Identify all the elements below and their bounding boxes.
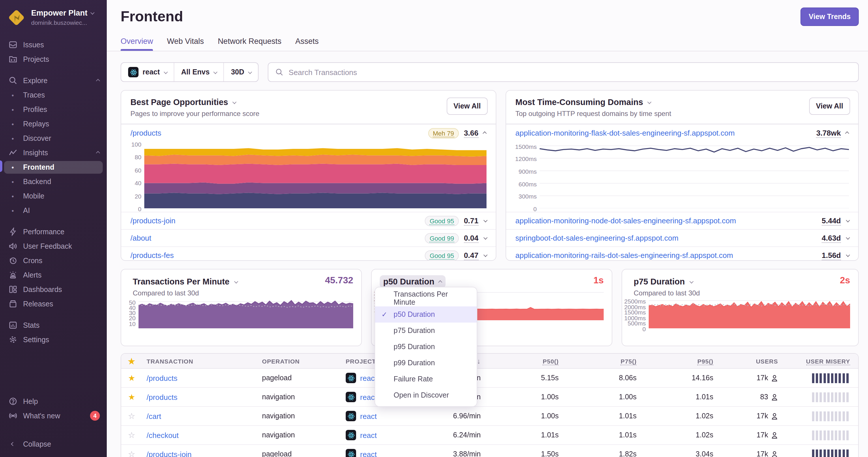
p95-cell: 14.16s: [687, 374, 718, 382]
transaction-link[interactable]: /checkout: [142, 431, 257, 439]
project-filter[interactable]: react: [121, 63, 174, 81]
env-filter[interactable]: All Envs: [174, 63, 224, 81]
menu-item-p75[interactable]: p75 Duration: [375, 323, 477, 339]
table-row: /products pageload react /min 5.15s 8.06…: [121, 369, 858, 388]
view-trends-button[interactable]: View Trends: [801, 7, 859, 26]
p75-area-chart: [649, 299, 850, 328]
sidebar-item-dashboards[interactable]: Dashboards: [0, 282, 107, 297]
domain-time-value[interactable]: 1.56d: [822, 251, 841, 260]
domain-time-value[interactable]: 4.63d: [822, 233, 841, 242]
p75-metric-dropdown[interactable]: p75 Duration: [630, 275, 696, 288]
sidebar-collapse-button[interactable]: Collapse: [0, 437, 107, 451]
sidebar-item-help[interactable]: Help: [0, 394, 107, 409]
domain-link[interactable]: application-monitoring-node-dot-sales-en…: [516, 217, 736, 225]
expand-row-icon[interactable]: [483, 219, 487, 223]
page-opportunity-row: /products Meh 79 3.66: [121, 124, 496, 141]
sidebar-item-profiles[interactable]: •Profiles: [0, 102, 107, 117]
star-toggle[interactable]: [121, 373, 142, 383]
sidebar-item-discover[interactable]: •Discover: [0, 131, 107, 145]
sidebar-group-insights[interactable]: Insights: [0, 145, 107, 160]
project-cell[interactable]: react: [341, 449, 425, 457]
user-icon: [771, 393, 778, 401]
transaction-link[interactable]: /about: [130, 234, 151, 242]
transaction-link[interactable]: /products-fes: [130, 251, 174, 260]
menu-item-failure-rate[interactable]: Failure Rate: [375, 371, 477, 387]
opportunity-value[interactable]: 3.66: [464, 128, 478, 138]
opportunity-value[interactable]: 0.04: [464, 233, 478, 242]
col-p50[interactable]: P50(): [538, 357, 563, 364]
star-column-header[interactable]: [121, 356, 142, 365]
collapse-row-icon[interactable]: [483, 131, 487, 135]
tab-network-requests[interactable]: Network Requests: [218, 37, 282, 51]
sidebar-item-releases[interactable]: Releases: [0, 297, 107, 311]
transaction-link[interactable]: /products: [142, 373, 257, 382]
col-transaction[interactable]: TRANSACTION: [142, 357, 257, 364]
best-pages-title-dropdown[interactable]: Best Page Opportunities: [130, 98, 487, 107]
sidebar-item-issues[interactable]: Issues: [0, 37, 107, 52]
menu-item-p50[interactable]: ✓p50 Duration: [375, 306, 477, 323]
menu-item-open-in-discover[interactable]: Open in Discover: [375, 387, 477, 403]
expand-row-icon[interactable]: [846, 236, 850, 240]
star-toggle[interactable]: [121, 392, 142, 402]
menu-item-p95[interactable]: p95 Duration: [375, 339, 477, 355]
star-toggle[interactable]: [121, 430, 142, 440]
domain-duration-line-chart: [539, 144, 849, 208]
menu-item-tpm[interactable]: Transactions Per Minute: [375, 290, 477, 306]
sidebar-item-stats[interactable]: Stats: [0, 318, 107, 332]
sidebar-item-backend[interactable]: •Backend: [0, 174, 107, 189]
sidebar-item-user-feedback[interactable]: User Feedback: [0, 239, 107, 253]
expand-row-icon[interactable]: [846, 253, 850, 257]
sidebar-item-ai[interactable]: •AI: [0, 203, 107, 218]
sidebar-item-projects[interactable]: Projects: [0, 52, 107, 66]
sidebar-item-crons[interactable]: Crons: [0, 253, 107, 268]
date-filter[interactable]: 30D: [224, 63, 258, 81]
tab-assets[interactable]: Assets: [295, 37, 318, 51]
domain-link[interactable]: application-monitoring-flask-dot-sales-e…: [516, 129, 735, 137]
sidebar-item-whats-new[interactable]: What's new 4: [0, 409, 107, 423]
whats-new-count-badge: 4: [90, 411, 100, 421]
sidebar-group-explore[interactable]: Explore: [0, 73, 107, 88]
search-input[interactable]: Search Transactions: [268, 62, 859, 82]
transaction-link[interactable]: /cart: [142, 412, 257, 420]
domain-link[interactable]: application-monitoring-rails-dot-sales-e…: [516, 251, 733, 260]
transaction-link[interactable]: /products-join: [142, 450, 257, 457]
opportunity-value[interactable]: 0.71: [464, 216, 478, 225]
transaction-link[interactable]: /products-join: [130, 217, 176, 225]
sidebar-item-replays[interactable]: •Replays: [0, 117, 107, 131]
col-user-misery[interactable]: USER MISERY: [801, 357, 858, 364]
p50-metric-dropdown[interactable]: p50 Duration: [380, 275, 445, 288]
domain-time-value[interactable]: 3.78wk: [816, 128, 841, 138]
col-users[interactable]: USERS: [751, 357, 783, 364]
transaction-link[interactable]: /products: [142, 393, 257, 401]
sidebar-item-settings[interactable]: Settings: [0, 332, 107, 347]
col-operation[interactable]: OPERATION: [257, 357, 341, 364]
sidebar-item-frontend[interactable]: • Frontend: [0, 160, 107, 174]
menu-item-p99[interactable]: p99 Duration: [375, 355, 477, 371]
project-cell[interactable]: react: [341, 430, 425, 440]
domain-link[interactable]: springboot-dot-sales-engineering-sf.apps…: [516, 234, 678, 242]
star-toggle[interactable]: [121, 412, 142, 421]
tab-web-vitals[interactable]: Web Vitals: [167, 37, 204, 51]
domain-time-value[interactable]: 5.44d: [822, 216, 841, 225]
org-switcher[interactable]: Empower Plant dominik.buszowiec...: [0, 6, 107, 32]
domains-title-dropdown[interactable]: Most Time-Consuming Domains: [516, 98, 849, 107]
view-all-button[interactable]: View All: [447, 98, 488, 115]
view-all-button[interactable]: View All: [809, 98, 850, 115]
sidebar-item-performance[interactable]: Performance: [0, 225, 107, 239]
project-cell[interactable]: react: [341, 411, 425, 421]
star-toggle[interactable]: [121, 450, 142, 457]
expand-row-icon[interactable]: [846, 219, 850, 223]
transaction-link[interactable]: /products: [130, 129, 161, 137]
expand-row-icon[interactable]: [483, 253, 487, 257]
col-p75[interactable]: P75(): [616, 357, 641, 364]
sidebar-item-mobile[interactable]: •Mobile: [0, 189, 107, 203]
collapse-row-icon[interactable]: [845, 131, 849, 135]
page-opportunity-row: /products-join Good 95 0.71: [121, 212, 496, 229]
opportunity-value[interactable]: 0.47: [464, 251, 478, 260]
tab-overview[interactable]: Overview: [121, 37, 153, 51]
sidebar-item-traces[interactable]: •Traces: [0, 88, 107, 102]
sidebar-item-alerts[interactable]: Alerts: [0, 268, 107, 282]
col-p95[interactable]: P95(): [693, 357, 718, 364]
tpm-metric-dropdown[interactable]: Transactions Per Minute: [129, 275, 240, 288]
expand-row-icon[interactable]: [483, 236, 487, 240]
